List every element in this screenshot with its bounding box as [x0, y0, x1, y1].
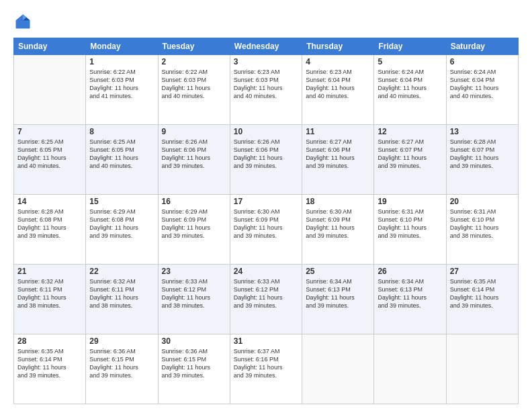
header	[13, 12, 519, 31]
day-number: 12	[378, 127, 442, 136]
day-info: Sunrise: 6:25 AM Sunset: 6:05 PM Dayligh…	[89, 138, 154, 171]
week-row-2: 14Sunrise: 6:28 AM Sunset: 6:08 PM Dayli…	[14, 195, 519, 265]
day-info: Sunrise: 6:22 AM Sunset: 6:03 PM Dayligh…	[162, 68, 226, 101]
day-info: Sunrise: 6:35 AM Sunset: 6:14 PM Dayligh…	[450, 277, 515, 310]
header-cell-thursday: Thursday	[302, 38, 374, 55]
day-info: Sunrise: 6:32 AM Sunset: 6:11 PM Dayligh…	[17, 277, 82, 310]
calendar-cell: 27Sunrise: 6:35 AM Sunset: 6:14 PM Dayli…	[446, 265, 518, 334]
day-number: 2	[162, 57, 226, 66]
calendar-cell: 12Sunrise: 6:27 AM Sunset: 6:07 PM Dayli…	[374, 125, 446, 195]
calendar-cell: 23Sunrise: 6:33 AM Sunset: 6:12 PM Dayli…	[158, 265, 230, 334]
day-number: 26	[378, 267, 442, 276]
header-cell-friday: Friday	[374, 38, 446, 55]
week-row-4: 28Sunrise: 6:35 AM Sunset: 6:14 PM Dayli…	[14, 334, 519, 404]
week-row-3: 21Sunrise: 6:32 AM Sunset: 6:11 PM Dayli…	[14, 265, 519, 334]
day-info: Sunrise: 6:34 AM Sunset: 6:13 PM Dayligh…	[306, 277, 370, 310]
calendar-cell: 20Sunrise: 6:31 AM Sunset: 6:10 PM Dayli…	[446, 195, 518, 265]
calendar-cell: 24Sunrise: 6:33 AM Sunset: 6:12 PM Dayli…	[230, 265, 302, 334]
day-number: 31	[234, 336, 298, 346]
header-cell-wednesday: Wednesday	[230, 38, 302, 55]
day-number: 29	[89, 336, 154, 346]
day-number: 16	[162, 197, 226, 206]
day-info: Sunrise: 6:28 AM Sunset: 6:08 PM Dayligh…	[17, 208, 82, 240]
calendar-cell: 18Sunrise: 6:30 AM Sunset: 6:09 PM Dayli…	[302, 195, 374, 265]
calendar-cell: 26Sunrise: 6:34 AM Sunset: 6:13 PM Dayli…	[374, 265, 446, 334]
day-info: Sunrise: 6:22 AM Sunset: 6:03 PM Dayligh…	[89, 68, 154, 101]
day-number: 24	[234, 267, 298, 276]
day-info: Sunrise: 6:24 AM Sunset: 6:04 PM Dayligh…	[378, 68, 442, 101]
calendar-table: SundayMondayTuesdayWednesdayThursdayFrid…	[13, 38, 519, 404]
day-number: 10	[234, 127, 298, 136]
day-info: Sunrise: 6:34 AM Sunset: 6:13 PM Dayligh…	[378, 277, 442, 310]
day-number: 19	[378, 197, 442, 206]
day-info: Sunrise: 6:30 AM Sunset: 6:09 PM Dayligh…	[234, 208, 298, 240]
day-number: 14	[17, 197, 82, 206]
calendar-cell	[302, 334, 374, 404]
calendar-cell: 22Sunrise: 6:32 AM Sunset: 6:11 PM Dayli…	[86, 265, 158, 334]
day-info: Sunrise: 6:24 AM Sunset: 6:04 PM Dayligh…	[450, 68, 515, 101]
day-number: 21	[17, 267, 82, 276]
day-number: 27	[450, 267, 515, 276]
day-number: 22	[89, 267, 154, 276]
week-row-0: 1Sunrise: 6:22 AM Sunset: 6:03 PM Daylig…	[14, 55, 519, 125]
day-info: Sunrise: 6:25 AM Sunset: 6:05 PM Dayligh…	[17, 138, 82, 171]
day-info: Sunrise: 6:36 AM Sunset: 6:15 PM Dayligh…	[89, 347, 154, 380]
day-number: 15	[89, 197, 154, 206]
day-number: 4	[306, 57, 370, 66]
calendar-cell: 1Sunrise: 6:22 AM Sunset: 6:03 PM Daylig…	[86, 55, 158, 125]
calendar-cell: 19Sunrise: 6:31 AM Sunset: 6:10 PM Dayli…	[374, 195, 446, 265]
day-info: Sunrise: 6:23 AM Sunset: 6:04 PM Dayligh…	[306, 68, 370, 101]
header-cell-monday: Monday	[86, 38, 158, 55]
day-info: Sunrise: 6:33 AM Sunset: 6:12 PM Dayligh…	[162, 277, 226, 310]
header-cell-saturday: Saturday	[446, 38, 518, 55]
day-number: 20	[450, 197, 515, 206]
day-number: 25	[306, 267, 370, 276]
day-info: Sunrise: 6:29 AM Sunset: 6:08 PM Dayligh…	[89, 208, 154, 240]
calendar-cell: 16Sunrise: 6:29 AM Sunset: 6:09 PM Dayli…	[158, 195, 230, 265]
day-info: Sunrise: 6:28 AM Sunset: 6:07 PM Dayligh…	[450, 138, 515, 171]
day-info: Sunrise: 6:37 AM Sunset: 6:16 PM Dayligh…	[234, 347, 298, 380]
day-info: Sunrise: 6:27 AM Sunset: 6:06 PM Dayligh…	[306, 138, 370, 171]
day-info: Sunrise: 6:26 AM Sunset: 6:06 PM Dayligh…	[234, 138, 298, 171]
calendar-cell: 13Sunrise: 6:28 AM Sunset: 6:07 PM Dayli…	[446, 125, 518, 195]
day-number: 30	[162, 336, 226, 346]
calendar-cell: 21Sunrise: 6:32 AM Sunset: 6:11 PM Dayli…	[14, 265, 86, 334]
calendar-cell: 25Sunrise: 6:34 AM Sunset: 6:13 PM Dayli…	[302, 265, 374, 334]
week-row-1: 7Sunrise: 6:25 AM Sunset: 6:05 PM Daylig…	[14, 125, 519, 195]
day-info: Sunrise: 6:32 AM Sunset: 6:11 PM Dayligh…	[89, 277, 154, 310]
day-number: 6	[450, 57, 515, 66]
day-info: Sunrise: 6:33 AM Sunset: 6:12 PM Dayligh…	[234, 277, 298, 310]
day-info: Sunrise: 6:23 AM Sunset: 6:03 PM Dayligh…	[234, 68, 298, 101]
calendar-cell: 15Sunrise: 6:29 AM Sunset: 6:08 PM Dayli…	[86, 195, 158, 265]
calendar-cell: 4Sunrise: 6:23 AM Sunset: 6:04 PM Daylig…	[302, 55, 374, 125]
header-row: SundayMondayTuesdayWednesdayThursdayFrid…	[14, 38, 519, 55]
day-number: 11	[306, 127, 370, 136]
calendar-cell: 10Sunrise: 6:26 AM Sunset: 6:06 PM Dayli…	[230, 125, 302, 195]
calendar-cell: 7Sunrise: 6:25 AM Sunset: 6:05 PM Daylig…	[14, 125, 86, 195]
day-info: Sunrise: 6:29 AM Sunset: 6:09 PM Dayligh…	[162, 208, 226, 240]
day-number: 28	[17, 336, 82, 346]
header-cell-sunday: Sunday	[14, 38, 86, 55]
day-number: 9	[162, 127, 226, 136]
calendar-cell	[14, 55, 86, 125]
calendar-cell: 29Sunrise: 6:36 AM Sunset: 6:15 PM Dayli…	[86, 334, 158, 404]
calendar-cell: 11Sunrise: 6:27 AM Sunset: 6:06 PM Dayli…	[302, 125, 374, 195]
day-info: Sunrise: 6:31 AM Sunset: 6:10 PM Dayligh…	[378, 208, 442, 240]
day-number: 23	[162, 267, 226, 276]
day-number: 13	[450, 127, 515, 136]
day-info: Sunrise: 6:31 AM Sunset: 6:10 PM Dayligh…	[450, 208, 515, 240]
day-info: Sunrise: 6:27 AM Sunset: 6:07 PM Dayligh…	[378, 138, 442, 171]
calendar-cell: 5Sunrise: 6:24 AM Sunset: 6:04 PM Daylig…	[374, 55, 446, 125]
day-number: 7	[17, 127, 82, 136]
logo	[13, 12, 35, 31]
day-info: Sunrise: 6:26 AM Sunset: 6:06 PM Dayligh…	[162, 138, 226, 171]
calendar-cell: 31Sunrise: 6:37 AM Sunset: 6:16 PM Dayli…	[230, 334, 302, 404]
calendar-cell: 2Sunrise: 6:22 AM Sunset: 6:03 PM Daylig…	[158, 55, 230, 125]
calendar-cell: 3Sunrise: 6:23 AM Sunset: 6:03 PM Daylig…	[230, 55, 302, 125]
calendar-cell: 8Sunrise: 6:25 AM Sunset: 6:05 PM Daylig…	[86, 125, 158, 195]
header-cell-tuesday: Tuesday	[158, 38, 230, 55]
logo-icon	[13, 12, 32, 31]
day-info: Sunrise: 6:30 AM Sunset: 6:09 PM Dayligh…	[306, 208, 370, 240]
calendar-cell: 17Sunrise: 6:30 AM Sunset: 6:09 PM Dayli…	[230, 195, 302, 265]
page: SundayMondayTuesdayWednesdayThursdayFrid…	[0, 0, 532, 411]
